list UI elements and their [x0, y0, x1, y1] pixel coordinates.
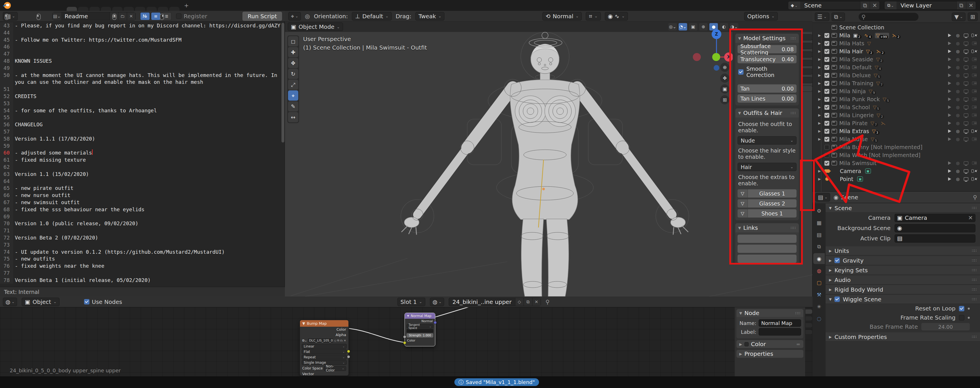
- selectable-icon[interactable]: [947, 128, 952, 134]
- exclude-checkbox[interactable]: [824, 129, 829, 134]
- outliner-item-label[interactable]: Mila Lingerie: [839, 112, 874, 118]
- link-button[interactable]: [738, 235, 797, 243]
- hide-viewport-icon[interactable]: ◎: [955, 80, 961, 86]
- outliner-item-label[interactable]: Mila Witch [Not Implemented]: [839, 152, 920, 158]
- snap-icon[interactable]: ⌗⌄: [586, 12, 601, 21]
- node-dropdown[interactable]: Flat⌄: [302, 349, 347, 354]
- blender-logo-icon[interactable]: [4, 2, 11, 9]
- zoom-icon[interactable]: ⊕: [720, 63, 729, 72]
- bump-map-node[interactable]: ▼Bump Map Color Alpha ⧉⌄ DLC_LIS_105_01.…: [300, 320, 349, 376]
- exclude-checkbox[interactable]: [824, 137, 829, 142]
- exclude-checkbox[interactable]: [824, 49, 829, 54]
- properties-tab[interactable]: ◉: [813, 253, 825, 264]
- outliner-row[interactable]: Mila Hats ▽ ∿▦▽ ▣ ◎ ✕: [813, 39, 980, 47]
- alpha-output-socket[interactable]: [347, 355, 350, 358]
- axis-z-negative-icon[interactable]: [714, 65, 719, 71]
- selectable-icon[interactable]: [947, 56, 952, 62]
- scene-icon[interactable]: ◆⌄: [788, 2, 800, 10]
- expand-icon[interactable]: [818, 65, 824, 69]
- properties-tab[interactable]: ⚙: [813, 205, 825, 216]
- color-panel-header[interactable]: ▶ Color≔: [737, 340, 803, 348]
- shader-editor[interactable]: ◍⌄ ▣ Object⌄ Use Nodes Slot 1⌄ ◍⌄ 24_bik…: [0, 297, 813, 376]
- open-text-icon[interactable]: 🗀: [118, 12, 127, 20]
- code-line[interactable]: 52 CREDITS: [0, 93, 280, 100]
- custom-properties-header[interactable]: ▶Custom Properties ∷∷: [826, 332, 980, 342]
- panel-checkbox[interactable]: [834, 258, 840, 263]
- view-layer-icon[interactable]: ⧉⌄: [885, 2, 897, 10]
- reset-on-loop-checkbox[interactable]: [959, 306, 964, 311]
- properties-tab[interactable]: ✳: [813, 301, 825, 312]
- selectable-icon[interactable]: [947, 160, 952, 166]
- outfits-hair-header[interactable]: ▼Outfits & Hair∷∷: [735, 109, 799, 117]
- topbar-menu-item[interactable]: [15, 5, 23, 6]
- filter-icon[interactable]: ▼⌄: [952, 13, 966, 21]
- code-line[interactable]: 46: [0, 43, 280, 51]
- shader-sidebar-tab[interactable]: [805, 323, 813, 328]
- topbar-menu-item[interactable]: [39, 5, 47, 6]
- workspace-tab[interactable]: [135, 7, 145, 11]
- camera-field[interactable]: ▣ Camera ✕: [894, 214, 975, 222]
- code-line[interactable]: 73: [0, 241, 280, 249]
- outliner-row[interactable]: Mila Punk Rock ▽ 5 ∿▦▽ ▣ ◎ ✕: [813, 95, 980, 103]
- hide-viewport-icon[interactable]: ◎: [955, 160, 961, 166]
- tool-button[interactable]: ✚: [288, 47, 298, 57]
- collapsed-panel-header[interactable]: ▶ Gravity ∷∷: [826, 256, 980, 265]
- tan-slider[interactable]: Tan0.00: [738, 85, 797, 93]
- code-line[interactable]: 44: [0, 29, 280, 37]
- properties-tab[interactable]: ▤: [813, 229, 825, 240]
- options-dropdown[interactable]: Options⌄: [744, 12, 778, 21]
- disable-viewport-icon[interactable]: [963, 72, 969, 78]
- wiggle-scene-header[interactable]: ▼ Wiggle Scene ∷∷: [826, 295, 980, 304]
- mesh-icon[interactable]: ▽: [738, 209, 748, 217]
- code-line[interactable]: 66 - new nurse outfit: [0, 192, 280, 199]
- subsurface-scattering-slider[interactable]: Subsurface Scattering0.08: [738, 45, 797, 53]
- code-line[interactable]: 55: [0, 114, 280, 121]
- disable-render-icon[interactable]: ✕: [972, 32, 977, 38]
- shader-sidebar-tab[interactable]: [805, 309, 813, 314]
- outliner-item-label[interactable]: Mila Training: [839, 80, 873, 86]
- outliner-row[interactable]: Mila Extras ▽ 3 ∿▦▽ ▣ ◎ ✕: [813, 127, 980, 135]
- sidebar-tab[interactable]: [801, 51, 813, 57]
- code-line[interactable]: 62: [0, 164, 280, 171]
- properties-panel-header[interactable]: ▶Properties: [737, 350, 803, 358]
- unlink-icon[interactable]: ✕: [344, 339, 346, 342]
- hide-viewport-icon[interactable]: ◎: [955, 120, 961, 126]
- selectable-icon[interactable]: [947, 32, 952, 38]
- color-checkbox[interactable]: [745, 342, 749, 346]
- disable-viewport-icon[interactable]: [963, 56, 969, 62]
- expand-icon[interactable]: [818, 73, 824, 77]
- selectable-icon[interactable]: [947, 136, 952, 142]
- selectable-icon[interactable]: [947, 120, 952, 126]
- hide-viewport-icon[interactable]: ◎: [955, 40, 961, 46]
- outliner-item-label[interactable]: Mila Bunny [Not Implemented]: [839, 144, 923, 150]
- smooth-correction-checkbox[interactable]: Smooth Correction: [738, 65, 797, 79]
- outliner-item-label[interactable]: Point: [840, 176, 853, 182]
- hide-viewport-icon[interactable]: ◎: [955, 32, 961, 38]
- disable-render-icon[interactable]: ✕: [972, 80, 977, 86]
- overlays-icon[interactable]: ◎⌄: [668, 23, 677, 30]
- workspace-tab[interactable]: [158, 7, 168, 11]
- disable-viewport-icon[interactable]: [963, 168, 969, 174]
- hair-dropdown[interactable]: Hair⌄: [738, 163, 797, 171]
- selectable-icon[interactable]: [947, 72, 952, 78]
- material-icon[interactable]: ◍⌄: [430, 298, 444, 306]
- properties-tab[interactable]: ◌: [813, 313, 825, 324]
- code-line[interactable]: 75 - new outfits: [0, 255, 280, 263]
- fake-user-icon[interactable]: ◇: [334, 339, 336, 342]
- sidebar-tab[interactable]: [801, 69, 813, 75]
- expand-icon[interactable]: [818, 49, 824, 53]
- selectable-icon[interactable]: [947, 48, 952, 54]
- disable-viewport-icon[interactable]: [963, 120, 969, 126]
- exclude-checkbox[interactable]: [824, 145, 829, 150]
- outliner-row[interactable]: Mila Hair ▽ 2 ⋋ 2 ∿▦▽ ▣: [813, 47, 980, 55]
- expand-icon[interactable]: [818, 89, 824, 93]
- collapsed-panel-header[interactable]: ▶ Units ∷∷: [826, 246, 980, 255]
- disable-render-icon[interactable]: ✕: [972, 160, 977, 166]
- hide-viewport-icon[interactable]: ◎: [955, 96, 961, 102]
- code-line[interactable]: 71: [0, 227, 280, 234]
- selectable-icon[interactable]: [947, 176, 952, 182]
- sidebar-tab[interactable]: [801, 43, 813, 49]
- node-header[interactable]: ▼Bump Map: [300, 320, 348, 327]
- gizmos-icon[interactable]: ◔⌄: [679, 23, 687, 30]
- slot-dropdown[interactable]: Slot 1⌄: [398, 298, 425, 306]
